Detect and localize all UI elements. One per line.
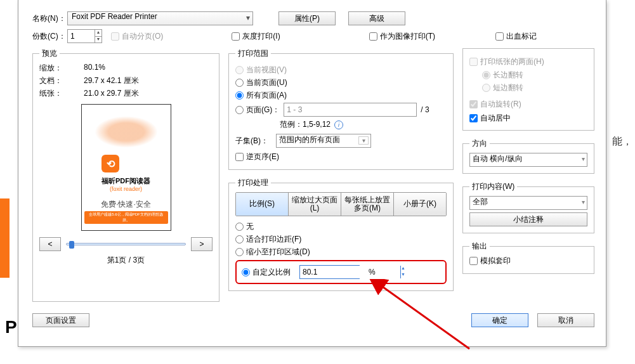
printer-select[interactable]: Foxit PDF Reader Printer [67,11,253,25]
subset-label: 子集(B)： [235,136,268,146]
preview-legend: 预览 [39,48,60,59]
bg-letter: P [5,317,17,337]
simulate-overprint-checkbox[interactable]: 模拟套印 [469,256,511,266]
current-page-radio[interactable]: 当前页面(U) [235,77,447,88]
orientation-select[interactable]: 自动 横向/纵向 [469,153,587,167]
print-content-select[interactable]: 全部 [469,196,587,210]
scale-none-radio[interactable]: 无 [235,221,447,232]
custom-scale-spinner[interactable]: ▲▼ [299,265,360,279]
copies-label: 份数(C)： [32,31,67,42]
name-label: 名称(N)： [32,13,67,24]
collate-checkbox: 自动分页(O) [111,31,163,42]
annotations-button[interactable]: 小结注释 [469,212,587,226]
flip-short-radio: 短边翻转 [482,82,587,93]
orientation-fieldset: 方向 自动 横向/纵向 [462,138,594,174]
doc-size: 29.7 x 42.1 厘米 [84,75,139,86]
grayscale-checkbox[interactable]: 灰度打印(I) [232,31,280,42]
booklet-tab[interactable]: 小册子(K) [393,193,446,216]
duplex-fieldset: 打印纸张的两面(H) 长边翻转 短边翻转 自动旋转(R) 自动居中 [462,48,594,131]
paper-size: 21.0 x 29.7 厘米 [84,88,139,99]
print-handling-fieldset: 打印处理 比例(S) 缩放过大页面(L) 每张纸上放置多页(M) 小册子(K) … [228,178,454,291]
bleed-checkbox[interactable]: 出血标记 [495,31,537,42]
all-pages-radio[interactable]: 所有页面(A) [235,90,447,101]
print-as-image-checkbox[interactable]: 作为图像打印(T) [369,31,435,42]
info-icon[interactable]: i [334,120,343,129]
scale-tab[interactable]: 比例(S) [236,193,288,216]
reverse-checkbox[interactable]: 逆页序(E) [235,152,279,162]
ok-button[interactable]: 确定 [471,313,528,327]
advanced-button[interactable]: 高级 [348,11,405,25]
print-content-fieldset: 打印内容(W) 全部 小结注释 [462,181,594,233]
properties-button[interactable]: 属性(P) [278,11,336,25]
pages-input[interactable] [284,103,417,117]
preview-thumbnail: ⟲ 福昕PDF阅读器 (foxit reader) 免费·快速·安全 全球用户超… [81,104,171,231]
next-page-button[interactable]: > [191,237,213,251]
zoom-value: 80.1% [84,63,105,74]
subset-select[interactable]: 范围内的所有页面 [276,134,371,148]
pages-radio[interactable]: 页面(G)： [235,105,280,115]
pages-total: / 3 [421,105,429,114]
bg-text: 能， [612,135,632,148]
page-indicator: 第1页 / 3页 [39,255,213,266]
both-sides-checkbox: 打印纸张的两面(H) [469,56,544,67]
auto-rotate-checkbox: 自动旋转(R) [469,99,521,110]
copies-spinner[interactable]: ▲▼ [67,29,102,43]
scale-fit-radio[interactable]: 适合打印边距(F) [235,234,447,245]
page-slider[interactable] [66,243,186,245]
cancel-button[interactable]: 取消 [537,313,594,327]
scale-shrink-radio[interactable]: 缩小至打印区域(D) [235,247,447,257]
preview-fieldset: 预览 缩放：80.1% 文档：29.7 x 42.1 厘米 纸张：21.0 x … [32,48,219,302]
page-setup-button[interactable]: 页面设置 [32,313,89,327]
multiple-per-sheet-tab[interactable]: 每张纸上放置多页(M) [341,193,393,216]
current-view-radio[interactable]: 当前视图(V) [235,65,447,75]
print-dialog: 名称(N)： Foxit PDF Reader Printer 属性(P) 高级… [18,0,606,347]
print-range-fieldset: 打印范围 当前视图(V) 当前页面(U) 所有页面(A) 页面(G)： / 3 … [228,48,454,170]
scale-custom-radio[interactable]: 自定义比例 [242,267,291,278]
prev-page-button[interactable]: < [39,237,61,251]
range-example: 范例：1,5-9,12 [280,119,331,130]
foxit-logo-icon: ⟲ [101,155,119,172]
shrink-large-tab[interactable]: 缩放过大页面(L) [288,193,341,216]
flip-long-radio: 长边翻转 [482,70,587,81]
percent-label: % [369,268,376,276]
custom-scale-highlight: 自定义比例 ▲▼ % [235,260,447,284]
output-fieldset: 输出 模拟套印 [462,241,594,274]
custom-scale-input[interactable] [300,266,400,278]
copies-input[interactable] [68,30,95,42]
auto-center-checkbox[interactable]: 自动居中 [469,113,587,124]
